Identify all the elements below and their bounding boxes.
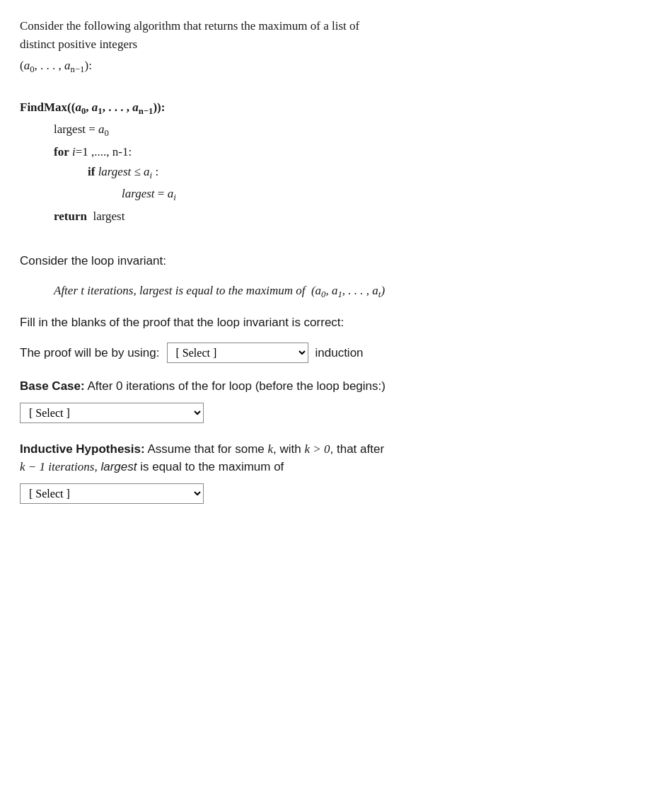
- intro-paragraph: Consider the following algorithm that re…: [20, 17, 652, 53]
- inductive-select-row: [ Select ] max(a₀, ..., aₖ₋₁) max(a₀, ..…: [20, 483, 652, 504]
- algo-line5: return largest: [20, 207, 652, 227]
- fill-blanks-label: Fill in the blanks of the proof that the…: [20, 316, 652, 330]
- loop-invariant-intro: Consider the loop invariant:: [20, 252, 652, 270]
- inductive-block: Inductive Hypothesis: Assume that for so…: [20, 440, 652, 504]
- induction-suffix-label: induction: [315, 346, 364, 360]
- algo-line4: largest = ai: [20, 184, 652, 206]
- base-case-select-row: [ Select ] largest = a₀ largest = max(a₀…: [20, 403, 652, 423]
- base-case-title: Base Case: After 0 iterations of the for…: [20, 377, 652, 396]
- k-gt-zero: k > 0: [304, 442, 330, 456]
- proof-method-row: The proof will be by using: [ Select ] w…: [20, 343, 652, 363]
- notation-line: (a0, . . . , an−1):: [20, 59, 652, 75]
- largest-label: largest: [100, 460, 137, 473]
- k-minus-one: k − 1 iterations,: [20, 460, 98, 473]
- base-case-block: Base Case: After 0 iterations of the for…: [20, 377, 652, 423]
- algo-line1: largest = a0: [20, 120, 652, 142]
- base-case-select[interactable]: [ Select ] largest = a₀ largest = max(a₀…: [20, 403, 204, 423]
- k-variable: k: [268, 442, 274, 456]
- inductive-bold: Inductive Hypothesis:: [20, 442, 145, 456]
- algo-line2: for i=1 ,...., n-1:: [20, 142, 652, 163]
- base-case-bold: Base Case:: [20, 379, 85, 393]
- proof-method-select[interactable]: [ Select ] weak induction strong inducti…: [167, 343, 308, 363]
- inductive-select[interactable]: [ Select ] max(a₀, ..., aₖ₋₁) max(a₀, ..…: [20, 483, 204, 504]
- algorithm-block: FindMax((a0, a1, . . . , an−1)): largest…: [20, 98, 652, 226]
- proof-row-label: The proof will be by using:: [20, 344, 160, 362]
- algo-header: FindMax((a0, a1, . . . , an−1)):: [20, 98, 652, 120]
- algo-line3: if largest ≤ ai :: [20, 162, 652, 184]
- invariant-statement: After t iterations, largest is equal to …: [20, 282, 652, 302]
- inductive-title: Inductive Hypothesis: Assume that for so…: [20, 440, 652, 476]
- intro-line1: Consider the following algorithm that re…: [20, 17, 652, 53]
